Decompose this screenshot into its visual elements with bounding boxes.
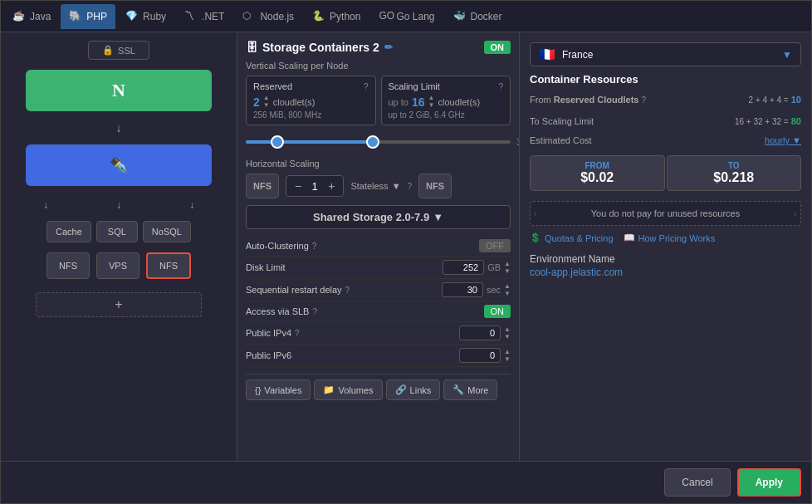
auto-clustering-info-icon[interactable]: ? <box>312 242 317 251</box>
container-toggle[interactable]: ON <box>484 41 511 54</box>
tab-golang[interactable]: GO Go Lang <box>370 4 443 29</box>
scaling-limit-arrows[interactable]: ▲ ▼ <box>428 95 435 109</box>
left-panel: 🔒 SSL N ↓ ✒️ ↓ ↓ ↓ Cache SQL NoSQL <box>1 32 237 461</box>
public-ipv4-input[interactable] <box>459 325 501 340</box>
java-icon: ☕ <box>12 10 26 23</box>
scaling-limit-unit: cloudlet(s) <box>438 97 480 107</box>
slider-thumb-reserved[interactable] <box>271 135 284 149</box>
to-scaling-row: To Scaling Limit 16 + 32 + 32 = 80 <box>530 114 801 129</box>
sequential-restart-unit: sec <box>487 285 501 295</box>
to-price-label: TO <box>673 161 796 170</box>
scaling-limit-info-icon[interactable]: ? <box>498 82 503 91</box>
content-area: 🔒 SSL N ↓ ✒️ ↓ ↓ ↓ Cache SQL NoSQL <box>1 32 811 461</box>
public-ipv4-value-group: ▲ ▼ <box>459 325 511 340</box>
tab-java[interactable]: ☕ Java <box>4 4 59 29</box>
database-icon: 🗄 <box>246 41 257 54</box>
more-button[interactable]: 🔧 More <box>443 379 497 400</box>
estimated-cost-label: Estimated Cost <box>530 135 592 145</box>
reserved-info-icon[interactable]: ? <box>364 82 369 91</box>
public-ipv4-info-icon[interactable]: ? <box>295 329 300 338</box>
how-pricing-works-link[interactable]: 📖 How Pricing Works <box>624 232 716 243</box>
price-boxes: FROM $0.02 TO $0.218 <box>530 155 801 191</box>
disk-unit: GB <box>487 262 501 272</box>
reserved-arrows[interactable]: ▲ ▼ <box>263 95 270 109</box>
nfs-button-2[interactable]: NFS <box>146 252 191 279</box>
sql-button[interactable]: SQL <box>96 221 138 242</box>
scaling-limit-title: Scaling Limit ? <box>389 81 504 91</box>
tab-net[interactable]: 〽 .NET <box>176 4 232 29</box>
scaling-slider[interactable]: 32 <box>246 132 511 152</box>
variables-button[interactable]: {} Variables <box>246 379 311 400</box>
reserved-cloudlets-info-icon[interactable]: ? <box>642 95 647 105</box>
disk-limit-row: Disk Limit GB ▲ ▼ <box>246 257 511 279</box>
vps-button[interactable]: VPS <box>96 252 139 279</box>
access-slb-toggle[interactable]: ON <box>484 305 511 318</box>
python-icon: 🐍 <box>312 10 325 23</box>
public-ipv4-row: Public IPv4 ? ▲ ▼ <box>246 322 511 345</box>
to-scaling-label: To Scaling Limit <box>530 116 594 126</box>
count-control[interactable]: − 1 + <box>286 175 344 197</box>
disk-arrows[interactable]: ▲ ▼ <box>504 261 511 275</box>
public-ipv6-row: Public IPv6 ▲ ▼ <box>246 345 511 367</box>
book-icon: 📖 <box>624 232 635 243</box>
nginx-letter: N <box>112 80 125 101</box>
quotas-pricing-link[interactable]: 💲 Quotas & Pricing <box>530 232 614 243</box>
sequential-restart-info-icon[interactable]: ? <box>345 286 350 295</box>
links-icon: 🔗 <box>395 384 407 395</box>
count-value: 1 <box>306 180 323 193</box>
links-button[interactable]: 🔗 Links <box>386 379 441 400</box>
tab-python[interactable]: 🐍 Python <box>304 4 369 29</box>
php-node-box[interactable]: ✒️ <box>26 144 212 186</box>
public-ipv4-label: Public IPv4 ? <box>246 328 300 338</box>
shared-storage-arrow-icon: ▼ <box>433 211 443 223</box>
france-flag-icon: 🇫🇷 <box>539 46 555 62</box>
tab-bar: ☕ Java 🐘 PHP 💎 Ruby 〽 .NET ⬡ Node.js 🐍 P… <box>1 1 811 32</box>
public-ipv6-arrows[interactable]: ▲ ▼ <box>504 349 511 363</box>
nginx-node-box[interactable]: N <box>26 70 212 111</box>
region-selector[interactable]: 🇫🇷 France ▼ <box>530 42 801 66</box>
shared-storage-title[interactable]: Shared Storage 2.0-7.9 ▼ <box>246 205 511 229</box>
horizontal-scaling-label: Horizontal Scaling <box>246 159 511 169</box>
public-ipv4-arrows[interactable]: ▲ ▼ <box>504 326 511 340</box>
from-price-label: FROM <box>536 161 659 170</box>
auto-clustering-toggle[interactable]: OFF <box>479 239 511 252</box>
disk-limit-input[interactable] <box>443 260 484 275</box>
tab-ruby[interactable]: 💎 Ruby <box>117 4 174 29</box>
count-plus[interactable]: + <box>326 179 336 193</box>
count-minus[interactable]: − <box>293 179 303 193</box>
stateless-select[interactable]: Stateless ▼ <box>350 181 400 191</box>
slider-thumb-scaling[interactable] <box>366 135 379 149</box>
banner-right-arrow-icon[interactable]: › <box>794 208 797 218</box>
env-name-label: Environment Name <box>530 253 801 265</box>
cancel-button[interactable]: Cancel <box>664 468 730 497</box>
nodejs-icon: ⬡ <box>242 10 256 23</box>
resources-title: Container Resources <box>530 73 801 86</box>
cache-button[interactable]: Cache <box>46 221 91 242</box>
access-slb-info-icon[interactable]: ? <box>312 307 317 316</box>
nfs-button-1[interactable]: NFS <box>46 252 90 279</box>
ssl-button[interactable]: 🔒 SSL <box>88 41 149 60</box>
add-button[interactable]: + <box>36 292 202 317</box>
nosql-button[interactable]: NoSQL <box>143 221 191 242</box>
main-window: ☕ Java 🐘 PHP 💎 Ruby 〽 .NET ⬡ Node.js 🐍 P… <box>0 0 812 504</box>
tab-nodejs[interactable]: ⬡ Node.js <box>234 4 302 29</box>
from-reserved-value: 2 + 4 + 4 = 10 <box>749 95 801 105</box>
stateless-info-icon[interactable]: ? <box>408 182 413 191</box>
volumes-button[interactable]: 📁 Volumes <box>314 379 382 400</box>
sequential-restart-arrows[interactable]: ▲ ▼ <box>504 283 511 297</box>
tab-php[interactable]: 🐘 PHP <box>61 4 115 29</box>
nfs-buttons-row: NFS VPS NFS <box>9 252 228 279</box>
to-scaling-total: 80 <box>791 116 801 126</box>
golang-icon: GO <box>379 10 392 23</box>
to-scaling-math: 16 + 32 + 32 = <box>735 117 789 126</box>
estimated-cost-period[interactable]: hourly ▼ <box>765 135 801 145</box>
to-price-value: $0.218 <box>673 170 796 185</box>
banner-left-arrow-icon[interactable]: ‹ <box>534 208 537 218</box>
sequential-restart-input[interactable] <box>442 282 483 297</box>
apply-button[interactable]: Apply <box>737 468 801 497</box>
edit-icon[interactable]: ✏ <box>384 42 393 53</box>
to-scaling-value: 16 + 32 + 32 = 80 <box>735 116 801 126</box>
public-ipv6-input[interactable] <box>459 348 501 363</box>
tab-docker[interactable]: 🐳 Docker <box>445 4 511 29</box>
links-row: 💲 Quotas & Pricing 📖 How Pricing Works <box>530 232 801 243</box>
